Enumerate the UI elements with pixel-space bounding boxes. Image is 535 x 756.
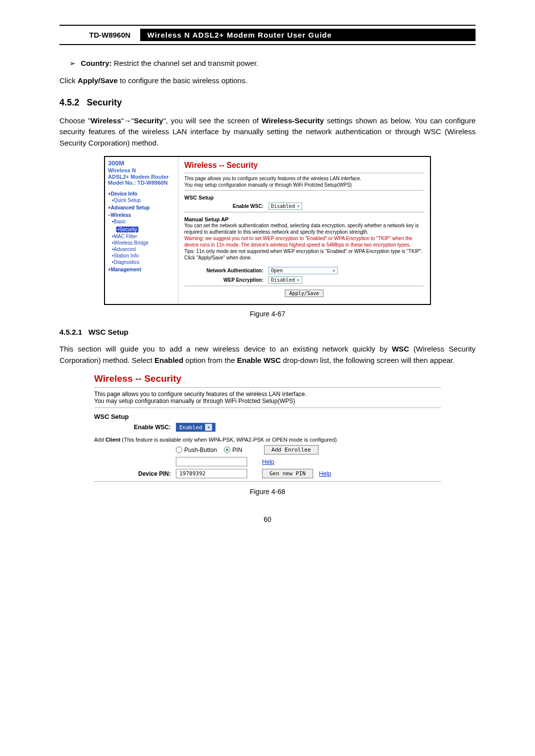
section-title: Security [87, 98, 122, 107]
chevron-down-icon: ▾ [297, 203, 300, 209]
sidebar-item-station-info[interactable]: •Station Info [112, 253, 175, 258]
push-button-radio[interactable]: Push-Button [176, 447, 217, 454]
subsection-number: 4.5.2.1 [59, 328, 82, 336]
enable-wsc-label-2: Enable WSC: [94, 424, 176, 431]
chevron-down-icon: ▾ [332, 268, 335, 273]
radio-checked-icon [224, 447, 230, 453]
sidebar-item-device-info[interactable]: +Device Info [108, 191, 175, 197]
wep-encryption-label: WEP Encryption: [184, 277, 268, 283]
panel2-desc-2: You may setup configuration manually or … [94, 398, 441, 404]
chevron-down-icon: ▾ [297, 277, 300, 283]
figure-4-68-caption: Figure 4-68 [59, 488, 476, 496]
brand-wireless-n: Wireless N [108, 167, 175, 174]
enable-wsc-label: Enable WSC: [184, 203, 268, 209]
network-auth-label: Network Authentication: [184, 268, 268, 273]
sidebar-item-basic[interactable]: •Basic [112, 219, 175, 224]
radio-unchecked-icon [176, 447, 182, 453]
add-client-note: Add Client (This feature is available on… [94, 437, 441, 443]
enable-wsc-select[interactable]: Disabled▾ [268, 202, 302, 210]
country-label: Country: [81, 59, 112, 67]
manual-click: Click "Apply/Save" when done. [184, 254, 424, 261]
figure-4-68-screenshot: Wireless -- Security This page allows yo… [94, 373, 441, 482]
figure-4-67-screenshot: 300M Wireless N ADSL2+ Modem Router Mode… [104, 156, 431, 305]
apply-save-button[interactable]: Apply/Save [285, 290, 323, 297]
panel2-title: Wireless -- Security [94, 373, 441, 384]
manual-tip: Tips: 11n only mode are not supported wh… [184, 248, 424, 254]
wsc-setup-heading: WSC Setup [184, 195, 424, 201]
device-pin-input[interactable]: 19789392 [176, 469, 247, 478]
wsc-setup-heading-2: WSC Setup [94, 413, 441, 420]
chevron-down-icon: ▾ [205, 424, 212, 431]
panel-title: Wireless -- Security [184, 161, 424, 170]
model-label: TD-W8960N [89, 31, 130, 39]
sidebar-item-diagnostics[interactable]: •Diagnostics [112, 259, 175, 265]
pin-radio[interactable]: PIN [224, 447, 242, 454]
apply-save-paragraph: Click Apply/Save to configure the basic … [59, 75, 476, 87]
country-bullet: ➢ Country: Restrict the channel set and … [69, 59, 476, 68]
gen-new-pin-button[interactable]: Gen new PIN [262, 469, 313, 478]
sidebar-item-advanced-setup[interactable]: +Advanced Setup [108, 205, 175, 210]
add-enrollee-button[interactable]: Add Enrollee [264, 445, 318, 454]
enable-wsc-select-2[interactable]: Enabled ▾ [176, 423, 215, 432]
enrollee-input[interactable] [176, 457, 247, 466]
sidebar-item-security[interactable]: •Security [112, 225, 175, 233]
brand-adsl: ADSL2+ Modem Router [108, 174, 175, 180]
brand-model: Model No.: TD-W8960N [108, 180, 175, 186]
section-number: 4.5.2 [59, 98, 79, 107]
brand-300m: 300M [108, 160, 175, 167]
panel-desc-2: You may setup configuration manually or … [184, 182, 424, 188]
figure-4-67-caption: Figure 4-67 [59, 310, 476, 318]
page-number: 60 [59, 515, 476, 523]
panel-desc-1: This page allows you to configure securi… [184, 175, 424, 182]
security-intro: Choose "Wireless"→"Security", you will s… [59, 115, 476, 149]
sidebar-item-management[interactable]: +Management [108, 267, 175, 272]
doc-title: Wireless N ADSL2+ Modem Router User Guid… [140, 29, 476, 41]
network-auth-select[interactable]: Open▾ [268, 267, 338, 274]
help-link-2[interactable]: Help [319, 470, 331, 477]
device-pin-label: Device PIN: [94, 470, 176, 477]
manual-setup-heading: Manual Setup AP [184, 216, 424, 222]
panel2-desc-1: This page allows you to configure securi… [94, 391, 441, 398]
sidebar-item-wireless[interactable]: –Wireless [108, 212, 175, 218]
sidebar-item-advanced[interactable]: •Advanced [112, 247, 175, 252]
sidebar: 300M Wireless N ADSL2+ Modem Router Mode… [105, 157, 178, 304]
wsc-intro: This section will guide you to add a new… [59, 344, 476, 366]
sidebar-item-wireless-bridge[interactable]: •Wireless Bridge [112, 240, 175, 246]
sidebar-item-mac-filter[interactable]: •MAC Filter [112, 234, 175, 239]
wep-encryption-select[interactable]: Disabled▾ [268, 276, 302, 284]
manual-desc: You can set the network authentication m… [184, 222, 424, 235]
help-link-1[interactable]: Help [262, 458, 274, 465]
subsection-title: WSC Setup [88, 328, 128, 336]
manual-warning: Warning: we suggest you not to set WEP e… [184, 235, 424, 248]
bullet-arrow-icon: ➢ [69, 59, 76, 68]
page-header: TD-W8960N Wireless N ADSL2+ Modem Router… [59, 25, 476, 45]
country-text: Restrict the channel set and transmit po… [114, 59, 259, 67]
sidebar-item-quick-setup[interactable]: •Quick Setup [112, 198, 175, 203]
